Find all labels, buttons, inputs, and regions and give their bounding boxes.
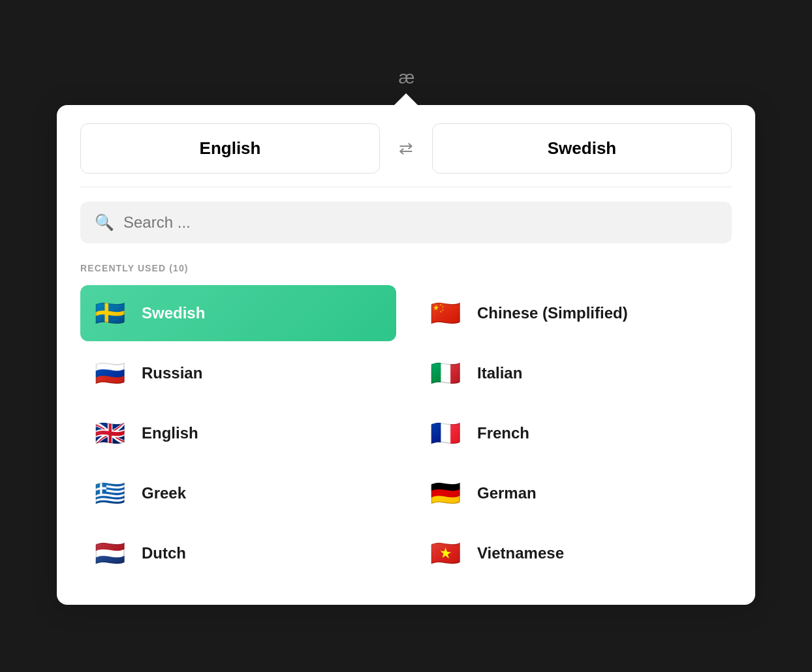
language-item-vietnamese[interactable]: 🇻🇳Vietnamese [416, 525, 732, 581]
language-item-german[interactable]: 🇩🇪German [416, 465, 732, 521]
language-name-russian: Russian [142, 364, 202, 382]
language-name-french: French [477, 424, 529, 442]
language-grid: 🇸🇪Swedish🇨🇳Chinese (Simplified)🇷🇺Russian… [80, 285, 732, 581]
language-item-swedish[interactable]: 🇸🇪Swedish [80, 285, 396, 341]
language-name-vietnamese: Vietnamese [477, 544, 564, 562]
app-icon: æ [399, 67, 414, 88]
swap-languages-button[interactable]: ⇄ [392, 138, 420, 159]
flag-vietnamese: 🇻🇳 [426, 534, 464, 572]
search-icon: 🔍 [95, 213, 114, 232]
flag-german: 🇩🇪 [426, 474, 464, 512]
flag-russian: 🇷🇺 [91, 354, 129, 392]
flag-english: 🇬🇧 [91, 414, 129, 452]
language-name-italian: Italian [477, 364, 522, 382]
flag-greek: 🇬🇷 [91, 474, 129, 512]
flag-swedish: 🇸🇪 [91, 294, 129, 332]
language-item-french[interactable]: 🇫🇷French [416, 405, 732, 461]
language-name-german: German [477, 484, 537, 502]
language-item-italian[interactable]: 🇮🇹Italian [416, 345, 732, 401]
language-name-english: English [142, 424, 198, 442]
header-divider [80, 187, 732, 187]
search-bar: 🔍 [80, 202, 732, 243]
language-item-english[interactable]: 🇬🇧English [80, 405, 396, 461]
language-picker-panel: English ⇄ Swedish 🔍 RECENTLY USED (10) 🇸… [57, 105, 755, 605]
language-selector-row: English ⇄ Swedish [80, 123, 732, 174]
language-name-dutch: Dutch [142, 544, 186, 562]
flag-dutch: 🇳🇱 [91, 534, 129, 572]
flag-italian: 🇮🇹 [426, 354, 464, 392]
source-language-button[interactable]: English [80, 123, 380, 174]
target-language-button[interactable]: Swedish [432, 123, 732, 174]
language-name-swedish: Swedish [142, 304, 205, 322]
language-name-chinese-simplified: Chinese (Simplified) [477, 304, 628, 322]
language-item-greek[interactable]: 🇬🇷Greek [80, 465, 396, 521]
language-item-russian[interactable]: 🇷🇺Russian [80, 345, 396, 401]
app-wrapper: æ English ⇄ Swedish 🔍 RECENTLY USED (10)… [57, 67, 755, 605]
language-item-dutch[interactable]: 🇳🇱Dutch [80, 525, 396, 581]
recently-used-label: RECENTLY USED (10) [80, 263, 732, 273]
flag-french: 🇫🇷 [426, 414, 464, 452]
flag-chinese-simplified: 🇨🇳 [426, 294, 464, 332]
language-item-chinese-simplified[interactable]: 🇨🇳Chinese (Simplified) [416, 285, 732, 341]
tooltip-arrow [394, 93, 418, 105]
search-input[interactable] [123, 213, 717, 232]
language-name-greek: Greek [142, 484, 186, 502]
